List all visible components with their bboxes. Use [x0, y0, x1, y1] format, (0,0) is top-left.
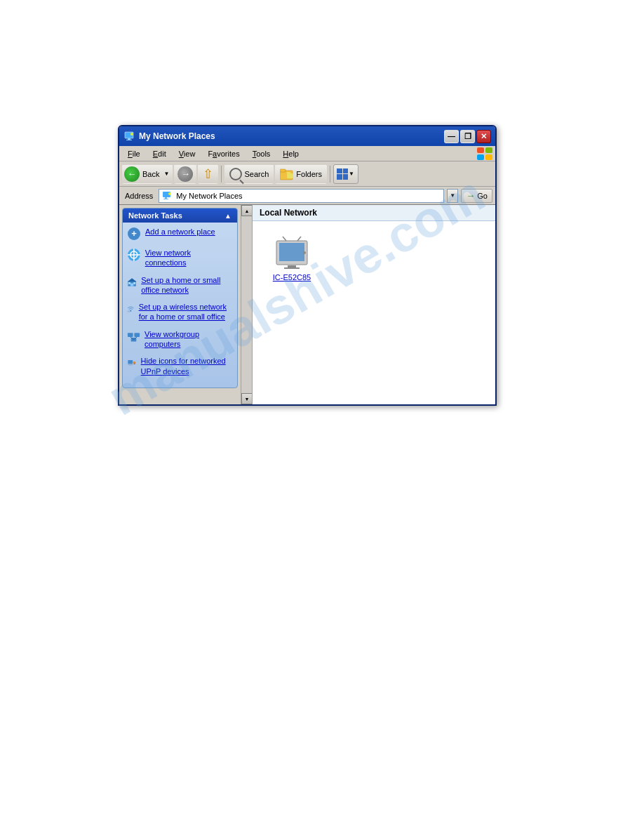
svg-rect-28	[133, 282, 135, 284]
title-bar-left: My Network Places	[123, 131, 215, 142]
svg-rect-30	[128, 310, 130, 312]
svg-rect-39	[133, 362, 135, 364]
svg-rect-5	[485, 147, 492, 153]
go-button[interactable]: → Go	[461, 189, 492, 203]
home-office-icon	[127, 275, 137, 289]
menu-items: File Edit View Favorites Tools Help	[122, 148, 304, 159]
view-workgroup-label: View workgroup computers	[145, 329, 233, 350]
up-icon: ⇧	[203, 166, 213, 182]
svg-line-46	[297, 237, 301, 241]
network-tasks-panel: Network Tasks ▲ + Add a network place	[122, 208, 238, 388]
svg-rect-40	[134, 364, 135, 364]
menu-bar: File Edit View Favorites Tools Help	[119, 146, 495, 161]
wireless-icon	[127, 302, 135, 316]
svg-rect-2	[126, 140, 132, 140]
toolbar-separator-2	[330, 166, 330, 183]
toolbar: ← Back ▼ → ⇧ Search	[119, 161, 495, 187]
content-area: Network Tasks ▲ + Add a network place	[119, 205, 495, 404]
network-tasks-body: + Add a network place	[123, 223, 237, 388]
svg-text:+: +	[131, 228, 137, 239]
menu-edit[interactable]: Edit	[147, 148, 172, 159]
task-view-workgroup[interactable]: View workgroup computers	[127, 329, 233, 350]
svg-rect-6	[477, 154, 484, 160]
network-tasks-header[interactable]: Network Tasks ▲	[123, 208, 237, 223]
svg-rect-16	[163, 199, 168, 199]
svg-point-3	[130, 133, 133, 135]
address-input[interactable]	[176, 192, 441, 200]
task-hide-icons[interactable]: Hide icons for networked UPnP devices	[127, 356, 233, 376]
menu-view[interactable]: View	[173, 148, 201, 159]
address-bar: Address ▼ → Go	[119, 187, 495, 205]
my-network-places-window: My Network Places — ❐ ✕ File Edit View F…	[118, 125, 497, 406]
svg-rect-38	[129, 365, 132, 366]
scroll-up-button[interactable]: ▲	[241, 205, 253, 216]
svg-rect-27	[128, 282, 130, 284]
add-network-icon: +	[127, 227, 141, 241]
svg-rect-44	[279, 243, 304, 261]
task-set-up-wireless[interactable]: Set up a wireless network for a home or …	[127, 302, 233, 322]
address-input-wrapper	[159, 189, 444, 203]
device-ic-e52c85[interactable]: IC-E52C85	[264, 232, 320, 284]
svg-point-47	[303, 251, 306, 254]
svg-rect-42	[284, 267, 300, 269]
network-tasks-title: Network Tasks	[128, 211, 182, 220]
collapse-icon[interactable]: ▲	[224, 212, 232, 220]
svg-line-45	[283, 237, 286, 241]
minimize-button[interactable]: —	[444, 130, 459, 143]
task-add-network-place[interactable]: + Add a network place	[127, 227, 233, 241]
menu-file[interactable]: File	[122, 148, 146, 159]
tv-device-icon	[274, 235, 310, 270]
views-chevron[interactable]: ▼	[348, 164, 355, 184]
scroll-down-button[interactable]: ▼	[241, 393, 253, 404]
set-up-home-small-label: Set up a home or small office network	[141, 275, 233, 296]
folders-button[interactable]: Folders	[275, 164, 327, 184]
svg-rect-32	[134, 333, 140, 337]
menu-help[interactable]: Help	[277, 148, 304, 159]
back-icon: ←	[124, 166, 140, 182]
svg-rect-10	[280, 169, 286, 172]
menu-tools[interactable]: Tools	[247, 148, 276, 159]
workgroup-icon	[127, 329, 140, 343]
svg-rect-13	[287, 172, 290, 174]
svg-rect-31	[128, 333, 133, 337]
forward-button[interactable]: →	[174, 164, 196, 184]
task-set-up-home-small[interactable]: Set up a home or small office network	[127, 275, 233, 296]
back-button[interactable]: ← Back ▼	[122, 164, 173, 184]
maximize-button[interactable]: ❐	[460, 130, 475, 143]
toolbar-separator-1	[221, 166, 222, 183]
forward-icon: →	[177, 166, 193, 182]
views-grid-icon	[337, 168, 348, 180]
window-title: My Network Places	[139, 131, 215, 141]
svg-rect-12	[287, 173, 293, 178]
upnp-icon	[127, 356, 137, 370]
svg-rect-7	[485, 154, 492, 160]
device-label: IC-E52C85	[273, 273, 311, 282]
views-button[interactable]: ▼	[333, 164, 358, 184]
title-bar: My Network Places — ❐ ✕	[119, 126, 495, 146]
svg-rect-36	[128, 360, 133, 364]
close-button[interactable]: ✕	[476, 130, 491, 143]
up-button[interactable]: ⇧	[198, 164, 218, 184]
menu-favorites[interactable]: Favorites	[202, 148, 245, 159]
windows-xp-logo	[477, 147, 492, 160]
search-button[interactable]: Search	[224, 164, 274, 184]
title-buttons: — ❐ ✕	[444, 130, 491, 143]
task-view-network-connections[interactable]: View network connections	[127, 248, 233, 268]
window-icon	[123, 131, 135, 142]
search-icon	[229, 168, 242, 180]
scroll-thumb[interactable]	[241, 216, 252, 393]
set-up-wireless-label: Set up a wireless network for a home or …	[139, 302, 233, 322]
address-network-icon	[162, 191, 173, 201]
go-arrow-icon: →	[466, 190, 475, 201]
back-chevron[interactable]: ▼	[162, 164, 170, 184]
svg-rect-15	[165, 197, 167, 199]
svg-rect-37	[128, 364, 133, 365]
search-label: Search	[244, 170, 269, 178]
address-dropdown[interactable]: ▼	[447, 189, 458, 203]
address-label: Address	[122, 192, 156, 200]
local-network-header: Local Network	[253, 205, 495, 221]
left-panel-scrollbar: ▲ ▼	[241, 205, 252, 404]
back-label: Back	[140, 170, 162, 178]
network-connections-icon	[127, 248, 141, 262]
right-panel-content: IC-E52C85	[253, 221, 495, 296]
